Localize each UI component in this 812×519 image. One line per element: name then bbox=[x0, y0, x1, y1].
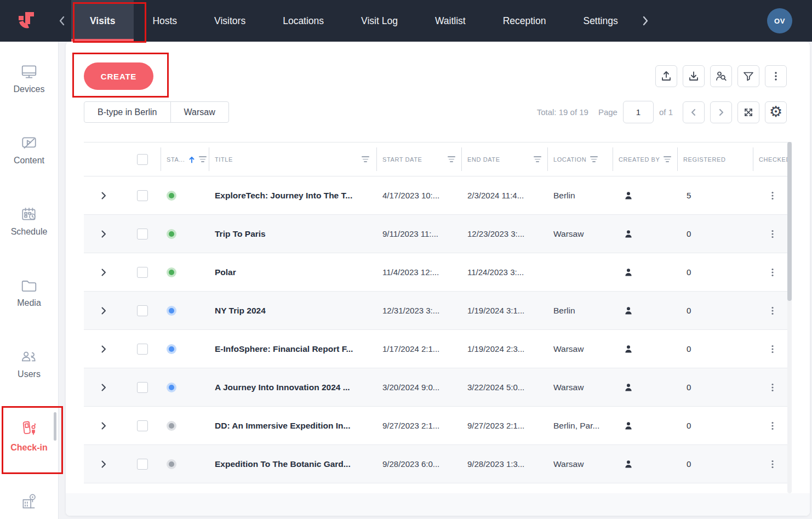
row-checkbox[interactable] bbox=[137, 267, 148, 278]
check-in-kiosk-icon bbox=[20, 420, 38, 438]
more-options-button[interactable] bbox=[765, 65, 787, 87]
column-header-location[interactable]: LOCATION bbox=[548, 142, 613, 176]
row-checkbox[interactable] bbox=[137, 344, 148, 355]
column-header-status[interactable]: STA... bbox=[161, 142, 209, 176]
saved-view-chips: B-type in Berlin Warsaw bbox=[84, 101, 229, 123]
status-dot bbox=[167, 459, 176, 469]
tab-visitors[interactable]: Visitors bbox=[196, 0, 264, 42]
row-checkbox[interactable] bbox=[137, 190, 148, 201]
chevron-right-icon bbox=[101, 460, 106, 469]
visit-end-date: 9/28/2023 1:3... bbox=[467, 459, 524, 469]
column-filter-icon[interactable] bbox=[448, 156, 455, 162]
download-icon bbox=[688, 70, 700, 82]
visit-title: Expedition To The Botanic Gard... bbox=[215, 459, 351, 469]
row-expand-button[interactable] bbox=[98, 265, 110, 280]
sidebar-item-check-in[interactable]: Check-in bbox=[0, 420, 58, 453]
view-chip-b-type-in-berlin[interactable]: B-type in Berlin bbox=[84, 102, 170, 122]
visit-start-date: 9/28/2023 6:0... bbox=[382, 459, 439, 469]
view-chip-warsaw[interactable]: Warsaw bbox=[170, 102, 228, 122]
column-filter-icon[interactable] bbox=[590, 156, 598, 162]
sidebar-scrollbar-thumb[interactable] bbox=[54, 412, 56, 441]
status-dot bbox=[167, 344, 176, 354]
export-button[interactable] bbox=[683, 65, 705, 87]
row-expand-button[interactable] bbox=[98, 303, 110, 318]
row-menu-button[interactable] bbox=[765, 303, 780, 319]
filter-button[interactable] bbox=[737, 65, 759, 87]
row-menu-button[interactable] bbox=[765, 226, 780, 242]
status-dot bbox=[167, 306, 176, 316]
column-header-checked[interactable]: CHECKED bbox=[753, 142, 792, 176]
tab-reception[interactable]: Reception bbox=[484, 0, 565, 42]
created-by-person-icon bbox=[623, 190, 634, 201]
sidebar-item-schedule[interactable]: Schedule bbox=[0, 206, 58, 237]
table-row: A Journey Into Innovation 2024 ... 3/20/… bbox=[84, 368, 792, 407]
table-settings-button[interactable]: ⚙ bbox=[765, 101, 787, 123]
table-scrollbar-track[interactable] bbox=[787, 142, 792, 493]
next-page-button[interactable] bbox=[710, 101, 732, 123]
visit-end-date: 2/3/2024 11:4... bbox=[467, 191, 524, 200]
sidebar-item-locations-map[interactable] bbox=[0, 492, 58, 511]
row-expand-button[interactable] bbox=[98, 457, 110, 472]
content-media-icon bbox=[20, 135, 38, 151]
tab-hosts[interactable]: Hosts bbox=[134, 0, 196, 42]
user-avatar[interactable]: OV bbox=[767, 8, 792, 33]
sidebar-item-users[interactable]: Users bbox=[0, 349, 58, 379]
fullscreen-button[interactable] bbox=[737, 101, 759, 123]
tab-settings[interactable]: Settings bbox=[564, 0, 636, 42]
row-menu-button[interactable] bbox=[765, 341, 780, 357]
column-header-start-date[interactable]: START DATE bbox=[377, 142, 462, 176]
column-filter-icon[interactable] bbox=[199, 156, 207, 162]
select-all-checkbox[interactable] bbox=[137, 154, 148, 165]
row-expand-button[interactable] bbox=[98, 418, 110, 434]
find-attendee-button[interactable] bbox=[710, 65, 732, 87]
kebab-menu-icon bbox=[768, 383, 777, 392]
row-menu-button[interactable] bbox=[765, 379, 780, 396]
column-header-title[interactable]: TITLE bbox=[209, 142, 377, 176]
row-expand-button[interactable] bbox=[98, 226, 110, 242]
row-checkbox[interactable] bbox=[137, 459, 148, 470]
sidebar-item-content[interactable]: Content bbox=[0, 135, 58, 166]
person-search-icon bbox=[715, 70, 727, 82]
tab-locations[interactable]: Locations bbox=[264, 0, 342, 42]
column-filter-icon[interactable] bbox=[362, 156, 369, 162]
tab-visit-log[interactable]: Visit Log bbox=[342, 0, 416, 42]
brand-logo[interactable] bbox=[0, 0, 53, 42]
row-expand-button[interactable] bbox=[98, 380, 110, 395]
tab-waitlist[interactable]: Waitlist bbox=[416, 0, 484, 42]
row-menu-button[interactable] bbox=[765, 456, 780, 472]
row-menu-button[interactable] bbox=[765, 418, 780, 434]
column-header-created-by[interactable]: CREATED BY bbox=[613, 142, 678, 176]
create-button[interactable]: CREATE bbox=[84, 62, 153, 90]
column-filter-icon[interactable] bbox=[534, 156, 541, 162]
tab-visits[interactable]: Visits bbox=[71, 0, 134, 42]
visit-end-date: 1/19/2024 3:1... bbox=[467, 306, 524, 315]
sidebar-item-devices[interactable]: Devices bbox=[0, 64, 58, 94]
column-header-end-date[interactable]: END DATE bbox=[462, 142, 548, 176]
nav-tabs: Visits Hosts Visitors Locations Visit Lo… bbox=[71, 0, 637, 42]
import-button[interactable] bbox=[655, 65, 677, 87]
sidebar-item-media[interactable]: Media bbox=[0, 277, 58, 308]
visit-end-date: 9/27/2023 2:1... bbox=[467, 421, 524, 430]
row-menu-button[interactable] bbox=[765, 187, 780, 204]
row-menu-button[interactable] bbox=[765, 264, 780, 281]
kebab-menu-icon bbox=[768, 191, 777, 201]
kebab-menu-icon bbox=[770, 70, 782, 82]
column-header-registered[interactable]: REGISTERED bbox=[678, 142, 753, 176]
row-checkbox[interactable] bbox=[137, 305, 148, 316]
nav-collapse-chevron-icon[interactable] bbox=[53, 0, 71, 42]
funnel-icon bbox=[742, 70, 754, 82]
page-of-text: of 1 bbox=[659, 107, 673, 117]
page-number-input[interactable] bbox=[623, 101, 654, 123]
visit-title: Polar bbox=[215, 267, 236, 277]
row-checkbox[interactable] bbox=[137, 420, 148, 431]
table-action-icons bbox=[655, 65, 787, 87]
row-expand-button[interactable] bbox=[98, 341, 110, 357]
table-scrollbar-thumb[interactable] bbox=[787, 142, 792, 301]
row-checkbox[interactable] bbox=[137, 382, 148, 393]
row-checkbox[interactable] bbox=[137, 229, 148, 239]
column-filter-icon[interactable] bbox=[664, 156, 671, 162]
created-by-person-icon bbox=[623, 229, 634, 239]
nav-overflow-chevron-icon[interactable] bbox=[637, 0, 654, 42]
row-expand-button[interactable] bbox=[98, 188, 110, 203]
previous-page-button[interactable] bbox=[683, 101, 705, 123]
